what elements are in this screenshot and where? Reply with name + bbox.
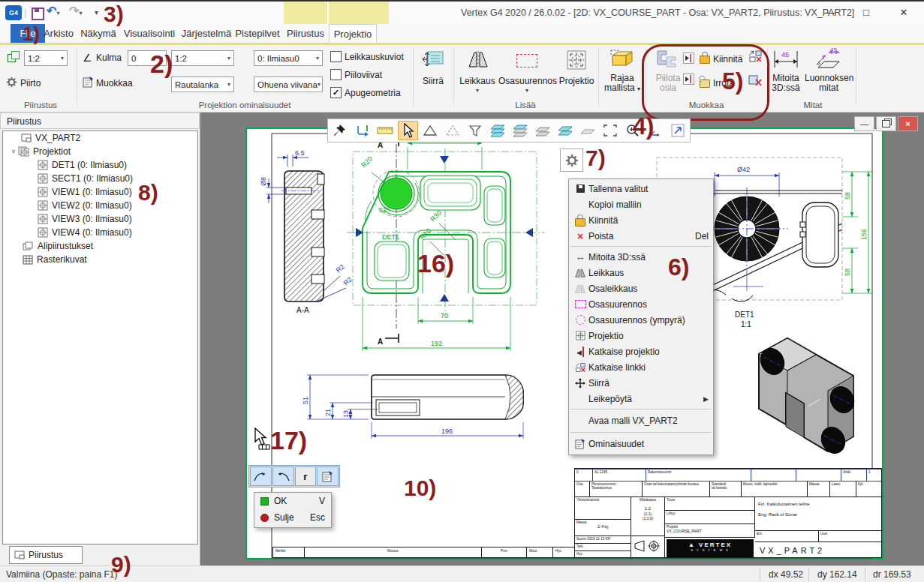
menu-item-projektio[interactable]: Projektio <box>569 328 713 344</box>
arc-end-button[interactable] <box>272 466 294 486</box>
undo-icon[interactable]: ↶▾ <box>47 4 59 18</box>
muokkaa-button[interactable]: Muokkaa <box>96 78 133 88</box>
tree-item-sect1[interactable]: SECT1 (0: Ilmiasu0) <box>3 172 197 185</box>
menu-item-leikkaus[interactable]: Leikkaus <box>569 265 713 280</box>
layers-gray-icon[interactable] <box>532 121 552 140</box>
chevron-down-icon[interactable]: ▾ <box>498 87 555 94</box>
menu-item-siirra[interactable]: Siirrä <box>569 375 713 391</box>
quick-access-more-icon[interactable]: ▾ <box>95 8 98 16</box>
menu-item-leikepoyta[interactable]: Leikepöytä▶ <box>569 391 713 406</box>
menu-item-osasuurennos[interactable]: Osasuurennos <box>569 296 713 312</box>
tb-header: Kpl <box>856 482 883 497</box>
siirra-button[interactable]: Siirrä <box>414 76 452 86</box>
save-icon[interactable] <box>32 8 44 20</box>
checkbox-apugeometria[interactable]: ✓ <box>330 87 342 98</box>
projektio-button[interactable]: Projektio <box>557 76 596 86</box>
face-dashed-icon[interactable] <box>443 121 463 140</box>
tab-nakyma[interactable]: Näkymä <box>78 24 119 43</box>
tree-item-view3[interactable]: VIEW3 (0: Ilmiasu0) <box>3 212 197 226</box>
representation-select[interactable]: Rautalanka▾ <box>171 76 234 92</box>
maximize-button[interactable]: □ <box>853 3 880 21</box>
rajaa-mallista-button[interactable]: Rajaa mallista ▾ <box>599 74 646 94</box>
divider <box>570 409 712 410</box>
side-view[interactable]: 51 21 13 196 <box>302 375 523 439</box>
iso-3d-view[interactable] <box>756 338 858 458</box>
menu-item-poista[interactable]: PoistaDel <box>569 228 713 244</box>
menu-item-katkaise-linkki[interactable]: Katkaise linkki <box>569 359 713 375</box>
redo-icon[interactable]: ↷▾ <box>69 4 82 18</box>
group-label-projektion-ominaisuudet: Projektion ominaisuudet <box>199 100 291 110</box>
face-icon[interactable] <box>420 121 441 140</box>
tree-item-rasterikuvat[interactable]: Rasterikuvat <box>3 253 197 266</box>
menu-item-osasuurennos-ympyra[interactable]: Osasuurennos (ympyrä) <box>569 312 713 328</box>
close-row[interactable]: SuljeEsc <box>254 509 331 526</box>
tab-pistepilvet[interactable]: Pistepilvet <box>233 24 282 43</box>
mdi-minimize-button[interactable]: — <box>854 116 874 131</box>
dimension-leader-icon[interactable] <box>353 121 373 140</box>
section-view[interactable]: 6.5 Ø8 R2 R2 A-A <box>260 149 354 314</box>
tree-item-alipiirustukset[interactable]: Alipiirustukset <box>3 239 197 253</box>
line-style-select[interactable]: Ohuena viivana▾ <box>254 76 323 92</box>
tree-item-det1[interactable]: DET1 (0: Ilmiasu0) <box>3 158 197 172</box>
piirto-button[interactable]: Piirto <box>20 78 41 88</box>
menu-item-mitoita-3d[interactable]: Mitoita 3D:ssä <box>569 249 713 265</box>
ruler-icon[interactable] <box>375 121 396 140</box>
mdi-restore-button[interactable] <box>876 116 896 131</box>
detail-view-icon <box>516 54 537 68</box>
menu-item-label: Avaa malli VX_PART2 <box>588 416 678 426</box>
tab-jarjestelma[interactable]: Järjestelmä <box>180 24 233 43</box>
close-button[interactable]: ✕ <box>890 3 917 21</box>
leikkaus-button[interactable]: Leikkaus <box>456 76 498 86</box>
osasuurennos-button[interactable]: Osasuurennos <box>498 76 555 86</box>
chevron-down-icon[interactable]: ▾ <box>456 87 498 94</box>
tab-projektio[interactable]: Projektio <box>329 24 377 43</box>
radius-button[interactable]: r <box>295 466 317 486</box>
menu-item-ominaisuudet[interactable]: Ominaisuudet <box>569 435 713 453</box>
sidebar-bottom-tab[interactable]: Piirustus <box>9 546 83 564</box>
minimize-button[interactable]: — <box>817 3 844 21</box>
drawing-scale-select[interactable]: 1:2▾ <box>24 50 68 66</box>
layer-flat-icon[interactable] <box>577 121 597 140</box>
arc-start-button[interactable] <box>250 466 272 486</box>
view-arrow-icon[interactable] <box>440 156 449 164</box>
layers-stack-icon[interactable] <box>510 121 531 140</box>
view-settings-button[interactable] <box>560 148 583 172</box>
layers-pair-icon[interactable] <box>555 121 575 140</box>
mdi-close-button[interactable]: × <box>898 116 918 131</box>
tree-item-root[interactable]: VX_PART2 <box>3 131 197 145</box>
tree-item-view2[interactable]: VIEW2 (0: Ilmiasu0) <box>3 199 197 212</box>
frame-select-icon[interactable] <box>600 121 620 140</box>
menu-item-label: Osasuurennos <box>588 299 647 310</box>
tree-item-view4[interactable]: VIEW4 (0: Ilmiasu0) <box>3 226 197 239</box>
menu-item-kopioi-malliin[interactable]: Kopioi malliin <box>569 196 713 212</box>
projection-scale-select[interactable]: 1:2▾ <box>171 50 234 66</box>
view-arrow-icon[interactable] <box>525 228 533 237</box>
menu-item-kiinnita[interactable]: Kiinnitä <box>569 212 713 228</box>
rev-cell: Muut. <box>527 548 553 557</box>
menu-item-tallenna-valitut[interactable]: Tallenna valitut <box>569 181 713 196</box>
tab-arkisto[interactable]: Arkisto <box>39 24 78 43</box>
cursor-icon[interactable] <box>398 121 418 140</box>
pan-icon[interactable] <box>667 121 688 140</box>
chevron-expanded-icon[interactable]: ˅ <box>9 148 18 155</box>
checkbox-leikkauskuviot[interactable] <box>330 51 342 62</box>
layers-all-icon[interactable] <box>488 121 508 140</box>
tree-item-label: VIEW3 (0: Ilmiasu0) <box>52 214 132 224</box>
checkbox-piiloviivat[interactable] <box>330 69 342 80</box>
mitoita-3d-button[interactable]: Mitoita 3D:ssä <box>769 74 803 93</box>
menu-item-katkaise-projektio[interactable]: Katkaise projektio <box>569 344 713 359</box>
pin-icon[interactable] <box>330 121 351 140</box>
configuration-select[interactable]: 0: Ilmiasu0▾ <box>254 50 323 66</box>
tree-item-view1[interactable]: VIEW1 (0: Ilmiasu0) <box>3 185 197 199</box>
tab-piirustus[interactable]: Piirustus <box>284 24 327 43</box>
tree-item-projektiot[interactable]: ˅ Projektiot <box>3 145 197 158</box>
properties-button[interactable] <box>317 466 339 486</box>
menu-item-osaleikkaus[interactable]: Osaleikkaus <box>569 280 713 296</box>
app-logo-icon[interactable]: G4 <box>5 5 22 20</box>
view-arrow-icon[interactable] <box>440 294 449 302</box>
ok-row[interactable]: OKV <box>254 493 331 509</box>
menu-item-avaa-malli[interactable]: Avaa malli VX_PART2 <box>569 412 713 430</box>
tab-visualisointi[interactable]: Visualisointi <box>119 24 180 43</box>
luonnoksen-mitat-button[interactable]: Luonnoksen mitat <box>805 74 853 93</box>
filter-icon[interactable] <box>465 121 486 140</box>
